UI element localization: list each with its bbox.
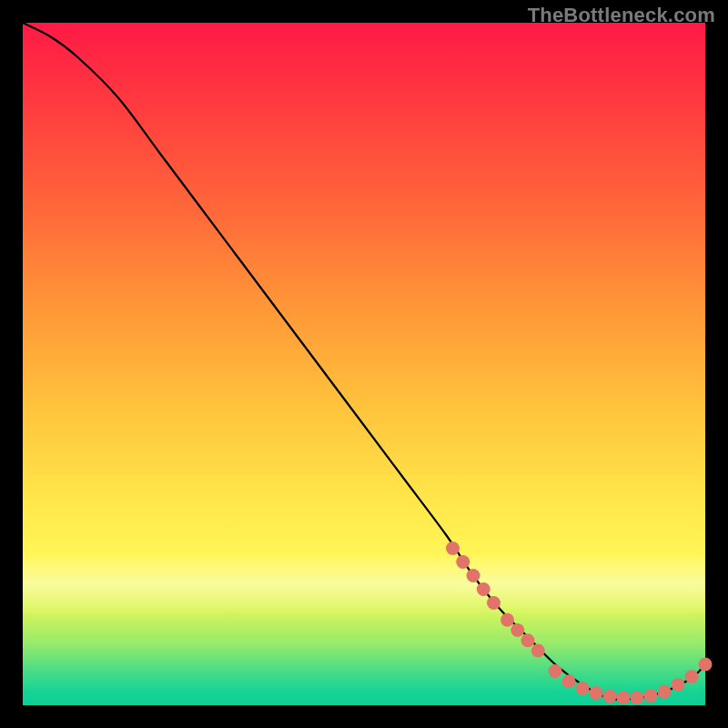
data-point (562, 674, 576, 688)
data-point (467, 569, 480, 582)
data-points-group (446, 541, 713, 704)
data-point (658, 685, 672, 699)
data-point (699, 658, 713, 672)
data-point (672, 678, 685, 692)
data-point (617, 691, 631, 704)
data-point (477, 582, 490, 596)
data-point (487, 596, 500, 610)
data-point (685, 670, 699, 683)
data-point (531, 644, 545, 658)
data-point (631, 691, 644, 704)
data-point (590, 686, 603, 700)
data-point (456, 555, 470, 569)
data-point (446, 541, 460, 555)
chart-svg (23, 23, 705, 705)
data-point (644, 689, 658, 703)
bottleneck-curve (23, 23, 705, 700)
data-point (500, 613, 514, 627)
data-point (549, 664, 562, 678)
chart-area (23, 23, 705, 705)
data-point (576, 682, 590, 695)
data-point (521, 633, 535, 647)
watermark-text: TheBottleneck.com (528, 4, 715, 27)
data-point (603, 690, 617, 703)
data-point (511, 623, 524, 637)
